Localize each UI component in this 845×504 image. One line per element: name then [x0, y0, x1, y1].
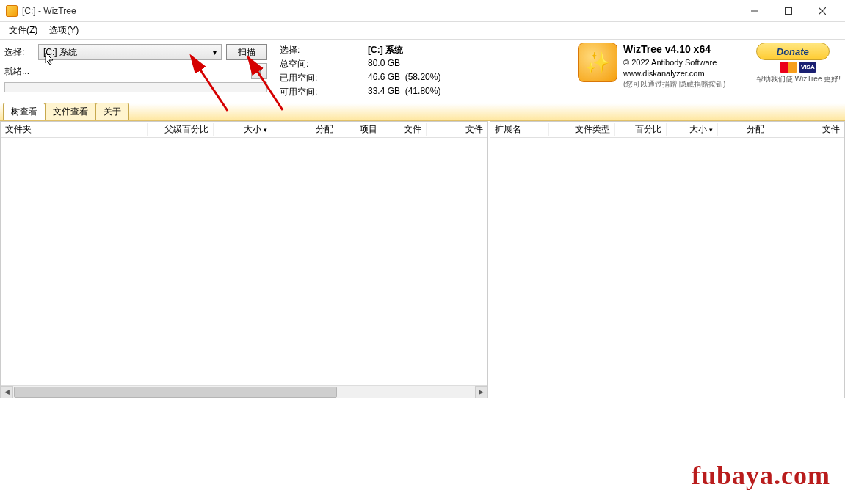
panes: 文件夹 父级百分比 大小 ▾ 分配 项目 文件 文件 ◀ ▶ 扩展名 文件类型 …: [0, 121, 845, 398]
info-free-value: 33.4 GB: [368, 86, 400, 96]
filter-icon: [255, 67, 264, 76]
menubar: 文件(Z) 选项(Y): [0, 22, 845, 40]
tab-tree[interactable]: 树查看: [3, 103, 46, 120]
close-icon: [819, 7, 826, 15]
drive-select[interactable]: [C:] 系统 ▾: [38, 44, 222, 60]
info-total-value: 80.0 GB: [368, 58, 471, 70]
scroll-track[interactable]: [13, 386, 475, 398]
scroll-right-icon[interactable]: ▶: [475, 386, 487, 398]
right-pane: 扩展名 文件类型 百分比 大小 ▾ 分配 文件: [490, 121, 845, 398]
col-folders[interactable]: 文件: [427, 123, 487, 136]
sort-desc-icon: ▾: [709, 126, 713, 134]
col-type[interactable]: 文件类型: [549, 123, 615, 136]
info-used-value: 46.6 GB: [368, 72, 400, 82]
product-panel: ✨ WizTree v4.10 x64 © 2022 Antibody Soft…: [573, 40, 845, 103]
select-label: 选择:: [4, 46, 34, 59]
product-hint: (您可以通过捐赠 隐藏捐赠按钮): [623, 79, 725, 90]
product-info: WizTree v4.10 x64 © 2022 Antibody Softwa…: [623, 43, 725, 100]
col-files[interactable]: 文件: [382, 123, 427, 136]
filter-button[interactable]: [251, 63, 267, 79]
tabs: 树查看 文件查看 关于: [0, 103, 845, 121]
window-title: [C:] - WizTree: [22, 6, 738, 16]
info-panel: 选择: [C:] 系统 总空间: 80.0 GB 已用空间: 46.6 GB (…: [272, 40, 573, 103]
col-files-r[interactable]: 文件: [769, 123, 844, 136]
info-used-label: 已用空间:: [280, 72, 368, 84]
tab-file[interactable]: 文件查看: [45, 103, 96, 120]
menu-file[interactable]: 文件(Z): [3, 23, 43, 38]
close-button[interactable]: [805, 0, 839, 22]
drive-select-value: [C:] 系统: [43, 46, 77, 59]
donate-subtitle: 帮助我们使 WizTree 更好!: [756, 74, 841, 84]
col-ext[interactable]: 扩展名: [490, 123, 549, 136]
info-free-label: 可用空间:: [280, 86, 368, 98]
scroll-left-icon[interactable]: ◀: [1, 386, 13, 398]
info-select-value: [C:] 系统: [368, 44, 471, 56]
left-pane: 文件夹 父级百分比 大小 ▾ 分配 项目 文件 文件 ◀ ▶: [0, 121, 488, 398]
info-select-label: 选择:: [280, 44, 368, 56]
col-size[interactable]: 大小 ▾: [214, 123, 272, 136]
right-pane-body[interactable]: [490, 138, 844, 398]
info-used-pct: (58.20%): [405, 72, 441, 82]
tab-about[interactable]: 关于: [95, 103, 129, 120]
progress-bar: [4, 82, 267, 92]
col-alloc-r[interactable]: 分配: [718, 123, 769, 136]
col-items[interactable]: 项目: [338, 123, 382, 136]
minimize-icon: [751, 7, 758, 15]
left-hscrollbar[interactable]: ◀ ▶: [1, 385, 487, 398]
chevron-down-icon: ▾: [213, 48, 217, 56]
col-size-r[interactable]: 大小 ▾: [667, 123, 718, 136]
product-title: WizTree v4.10 x64: [623, 43, 725, 57]
app-icon: [6, 5, 18, 17]
watermark: fubaya.com: [692, 460, 830, 491]
product-copyright: © 2022 Antibody Software: [623, 57, 725, 68]
visa-icon: VISA: [799, 62, 816, 73]
product-url[interactable]: www.diskanalyzer.com: [623, 68, 725, 79]
info-free-pct: (41.80%): [405, 86, 441, 96]
col-pct[interactable]: 百分比: [615, 123, 667, 136]
mastercard-icon: [780, 62, 797, 73]
titlebar: [C:] - WizTree: [0, 0, 845, 22]
status-label: 就绪...: [4, 65, 29, 78]
col-folder[interactable]: 文件夹: [1, 123, 148, 136]
col-parent-pct[interactable]: 父级百分比: [148, 123, 214, 136]
toolbar-left: 选择: [C:] 系统 ▾ 扫描 就绪...: [0, 40, 272, 103]
scroll-thumb[interactable]: [14, 387, 337, 398]
col-alloc[interactable]: 分配: [272, 123, 338, 136]
maximize-icon: [785, 7, 792, 15]
donate-panel: Donate VISA 帮助我们使 WizTree 更好!: [756, 43, 841, 100]
maximize-button[interactable]: [772, 0, 805, 22]
donate-button[interactable]: Donate: [756, 43, 830, 60]
minimize-button[interactable]: [738, 0, 772, 22]
svg-rect-1: [786, 7, 792, 14]
sort-desc-icon: ▾: [264, 126, 267, 134]
left-pane-body[interactable]: [1, 138, 487, 385]
scan-button[interactable]: 扫描: [226, 44, 267, 60]
left-columns: 文件夹 父级百分比 大小 ▾ 分配 项目 文件 文件: [1, 122, 487, 138]
info-total-label: 总空间:: [280, 58, 368, 70]
right-columns: 扩展名 文件类型 百分比 大小 ▾ 分配 文件: [490, 122, 844, 138]
menu-options[interactable]: 选项(Y): [43, 23, 84, 38]
toolbar-area: 选择: [C:] 系统 ▾ 扫描 就绪... 选择: [C:] 系统 总空间: …: [0, 40, 845, 103]
svg-marker-4: [255, 67, 263, 75]
wiztree-icon: ✨: [578, 43, 617, 82]
